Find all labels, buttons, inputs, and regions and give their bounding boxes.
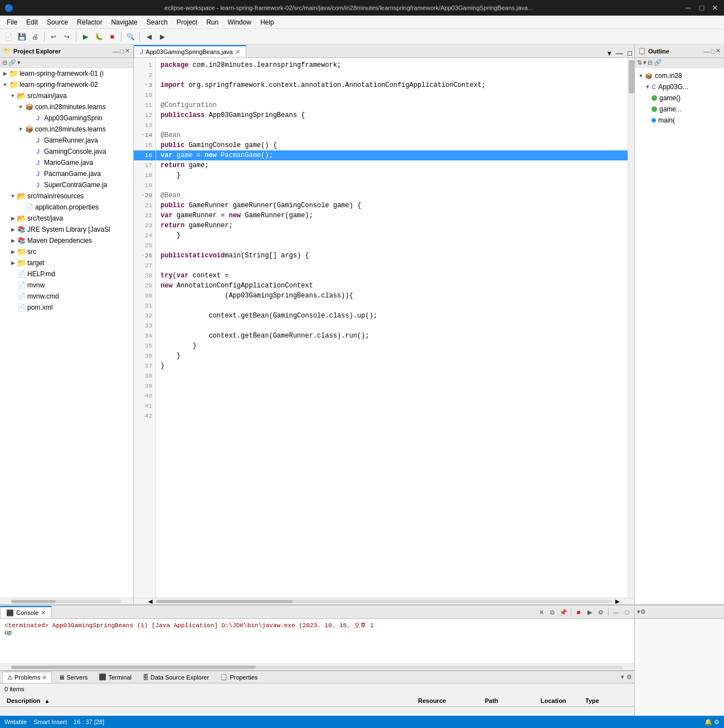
code-line-33	[156, 321, 628, 331]
toolbar-forward[interactable]: ▶	[156, 31, 168, 43]
hscroll-right[interactable]: ▶	[612, 598, 623, 604]
tree-item-package1[interactable]: ▼ 📦 com.in28minutes.learns	[0, 101, 133, 113]
menu-source[interactable]: Source	[42, 17, 72, 27]
outline-sort-button[interactable]: ⇅	[637, 59, 642, 66]
toolbar-redo[interactable]: ↪	[61, 31, 73, 43]
outline-item-class[interactable]: ▼ C App03G...	[635, 81, 724, 92]
console-copy-btn[interactable]: ⧉	[547, 607, 557, 617]
console-pin-btn[interactable]: 📌	[558, 607, 568, 617]
editor-menu-button[interactable]: ▾	[605, 49, 614, 57]
code-editor-area[interactable]: 1 2 •3 10 11 12 13 •14 15 16 17 18 19 •2…	[134, 58, 634, 598]
toolbar-print[interactable]: 🖨	[29, 31, 41, 43]
tree-item-pom[interactable]: ▶ 📄 pom.xml	[0, 302, 133, 313]
toolbar-new[interactable]: 📄	[2, 31, 14, 43]
outline-item-method-gamerunner[interactable]: game...	[635, 104, 724, 115]
close-button[interactable]: ✕	[711, 3, 720, 12]
outline-collapse-button[interactable]: ⊟	[648, 59, 653, 66]
tree-item-target[interactable]: ▶ 📁 target	[0, 257, 133, 268]
console-clear-btn[interactable]: ✕	[536, 607, 546, 617]
editor-vscroll[interactable]	[628, 58, 634, 598]
menu-search[interactable]: Search	[142, 17, 172, 27]
code-content[interactable]: package com.in28minutes.learnspringframe…	[156, 58, 628, 598]
toolbar-back[interactable]: ◀	[143, 31, 155, 43]
tree-item-mvnw[interactable]: ▶ 📄 mvnw	[0, 280, 133, 291]
maximize-button[interactable]: □	[697, 3, 706, 12]
console-terminate-btn[interactable]: ■	[574, 607, 584, 617]
toolbar-undo[interactable]: ↩	[47, 31, 60, 43]
tree-item-mariogame[interactable]: ▶ J MarioGame.java	[0, 157, 133, 168]
console-rerun-btn[interactable]: ▶	[585, 607, 595, 617]
menu-refactor[interactable]: Refactor	[72, 17, 106, 27]
toolbar-search[interactable]: 🔍	[124, 31, 137, 43]
outline-minimize-button[interactable]: —	[703, 47, 710, 55]
br-settings-btn[interactable]: ⚙	[640, 608, 646, 615]
tree-item-gamerunner[interactable]: ▶ J GameRunner.java	[0, 135, 133, 146]
src-main-resources-label: src/main/resources	[27, 192, 84, 200]
tree-item-src-main-resources[interactable]: ▼ 📂 src/main/resources	[0, 190, 133, 202]
toolbar-debug[interactable]: 🐛	[93, 31, 105, 43]
project-folder-icon: 📁	[9, 69, 18, 78]
menu-file[interactable]: File	[2, 17, 22, 27]
outline-filter-button[interactable]: ▾	[643, 59, 647, 66]
problems-tab[interactable]: ⚠ Problems ✕	[2, 672, 52, 683]
toolbar-save[interactable]: 💾	[16, 31, 28, 43]
line-3: •3	[134, 80, 156, 90]
tab-close-button[interactable]: ✕	[235, 48, 240, 56]
menu-navigate[interactable]: Navigate	[106, 17, 142, 27]
menu-run[interactable]: Run	[202, 17, 223, 27]
outline-maximize-button[interactable]: □	[711, 47, 715, 55]
problems-settings-btn[interactable]: ⚙	[626, 673, 632, 681]
menu-edit[interactable]: Edit	[22, 17, 42, 27]
toolbar-stop[interactable]: ■	[106, 31, 118, 43]
src-main-java-label: src/main/java	[27, 92, 67, 100]
minimize-button[interactable]: ─	[684, 3, 693, 12]
link-editor-button[interactable]: 🔗	[8, 59, 16, 66]
minimize-editor-button[interactable]: —	[614, 49, 625, 57]
tree-item-src-main-java[interactable]: ▼ 📂 src/main/java	[0, 90, 133, 101]
package-icon: 📦	[645, 72, 653, 80]
problems-filter-btn[interactable]: ▾	[621, 673, 624, 681]
hscroll-left[interactable]: ◀	[145, 598, 156, 604]
outline-link-button[interactable]: 🔗	[654, 59, 662, 66]
tree-item-app03[interactable]: ▶ J App03GamingSprin	[0, 113, 133, 124]
console-max-btn[interactable]: □	[622, 607, 632, 617]
maximize-editor-button[interactable]: □	[625, 49, 634, 57]
tree-item-mvnw-cmd[interactable]: ▶ 📄 mvnw.cmd	[0, 291, 133, 302]
problems-tab-close[interactable]: ✕	[42, 674, 47, 681]
tree-item-supracontragame[interactable]: ▶ J SuperContraGame.ja	[0, 179, 133, 190]
menu-project[interactable]: Project	[172, 17, 202, 27]
console-min-btn[interactable]: —	[611, 607, 621, 617]
tree-item-pacmangame[interactable]: ▶ J PacmanGame.java	[0, 168, 133, 179]
datasource-tab[interactable]: 🗄 Data Source Explorer	[138, 672, 213, 683]
terminal-tab[interactable]: ⬛ Terminal	[94, 672, 136, 683]
panel-close-button[interactable]: ✕	[125, 47, 130, 55]
collapse-all-button[interactable]: ⊟	[2, 59, 7, 66]
tree-item-src[interactable]: ▶ 📁 src	[0, 246, 133, 257]
panel-minimize-button[interactable]: —	[113, 47, 119, 55]
tree-item-gamingconsole[interactable]: ▶ J GamingConsole.java	[0, 146, 133, 157]
tree-item-jre[interactable]: ▶ 📚 JRE System Library [JavaSl	[0, 224, 133, 235]
tree-item-appprops[interactable]: ▶ 📄 application.properties	[0, 202, 133, 213]
tree-item-src-test-java[interactable]: ▶ 📂 src/test/java	[0, 213, 133, 224]
editor-tab-app03[interactable]: J App03GamingSpringBeans.java ✕	[134, 45, 246, 57]
panel-maximize-button[interactable]: □	[120, 47, 124, 55]
tree-item-project1[interactable]: ▶ 📁 learn-spring-framework-01 (i	[0, 68, 133, 79]
tree-item-help[interactable]: ▶ 📄 HELP.md	[0, 268, 133, 280]
toolbar-run[interactable]: ▶	[79, 31, 91, 43]
tree-item-maven[interactable]: ▶ 📚 Maven Dependencies	[0, 235, 133, 246]
tree-item-package2[interactable]: ▼ 📦 com.in28minutes.learns	[0, 124, 133, 135]
outline-item-method-game[interactable]: game()	[635, 92, 724, 104]
console-tab-close[interactable]: ✕	[41, 609, 46, 617]
menu-help[interactable]: Help	[256, 17, 279, 27]
console-tab[interactable]: ⬛ Console ✕	[0, 606, 52, 618]
menu-window[interactable]: Window	[223, 17, 256, 27]
tree-item-project2[interactable]: ▼ 📁 learn-spring-framework-02	[0, 79, 133, 90]
servers-tab[interactable]: 🖥 Servers	[54, 672, 92, 683]
view-menu-button[interactable]: ▾	[17, 59, 21, 66]
outline-item-method-main[interactable]: main(	[635, 115, 724, 126]
properties-tab[interactable]: 📋 Properties	[216, 672, 262, 683]
outline-close-button[interactable]: ✕	[716, 47, 721, 55]
console-output[interactable]: <terminated> App03GamingSpringBeans (1) …	[0, 619, 634, 663]
outline-item-package[interactable]: ▼ 📦 com.in28	[635, 70, 724, 81]
console-settings-btn[interactable]: ⚙	[596, 607, 606, 617]
